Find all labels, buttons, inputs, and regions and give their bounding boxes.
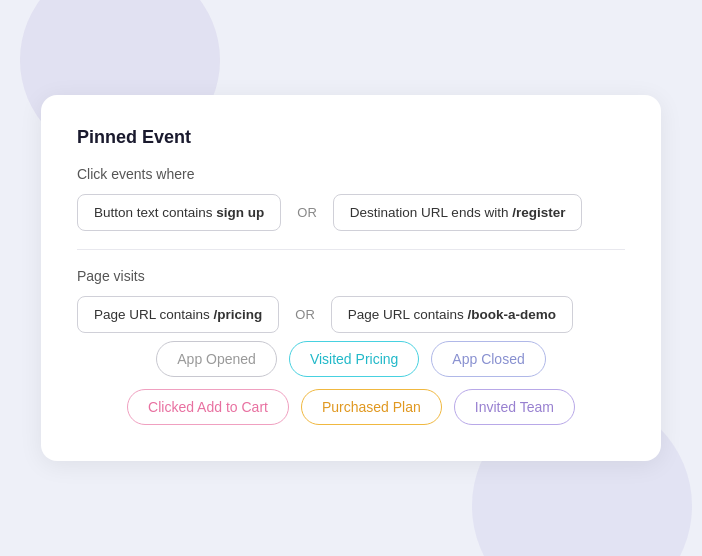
or-separator-1: OR xyxy=(291,201,323,224)
or-separator-2: OR xyxy=(289,303,321,326)
click-condition-1[interactable]: Button text contains sign up xyxy=(77,194,281,231)
tags-row-1: App Opened Visited Pricing App Closed xyxy=(156,341,545,377)
click-events-label: Click events where xyxy=(77,166,625,182)
page-condition-1[interactable]: Page URL contains /pricing xyxy=(77,296,279,333)
section-divider xyxy=(77,249,625,250)
suggested-tags-section: App Opened Visited Pricing App Closed Cl… xyxy=(77,341,625,425)
tag-visited-pricing[interactable]: Visited Pricing xyxy=(289,341,419,377)
page-conditions-row: Page URL contains /pricing OR Page URL c… xyxy=(77,296,625,333)
tag-clicked-add-to-cart[interactable]: Clicked Add to Cart xyxy=(127,389,289,425)
tag-invited-team[interactable]: Invited Team xyxy=(454,389,575,425)
tag-purchased-plan[interactable]: Purchased Plan xyxy=(301,389,442,425)
card-title: Pinned Event xyxy=(77,127,625,148)
click-conditions-row: Button text contains sign up OR Destinat… xyxy=(77,194,625,231)
page-visits-label: Page visits xyxy=(77,268,625,284)
tag-app-closed[interactable]: App Closed xyxy=(431,341,545,377)
tag-app-opened[interactable]: App Opened xyxy=(156,341,277,377)
pinned-event-card: Pinned Event Click events where Button t… xyxy=(41,95,661,461)
page-condition-2[interactable]: Page URL contains /book-a-demo xyxy=(331,296,573,333)
click-condition-2[interactable]: Destination URL ends with /register xyxy=(333,194,583,231)
tags-row-2: Clicked Add to Cart Purchased Plan Invit… xyxy=(127,389,575,425)
